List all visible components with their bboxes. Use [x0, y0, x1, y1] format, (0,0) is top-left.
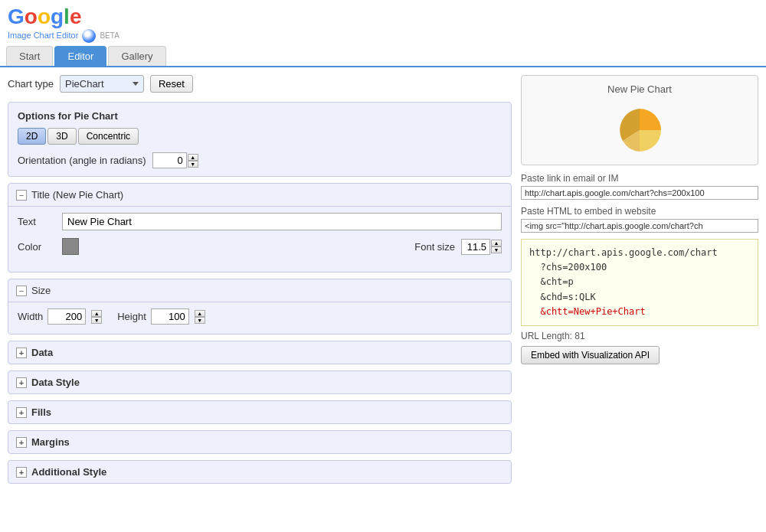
orientation-label: Orientation (angle in radians): [18, 155, 146, 166]
app-header: Google Image Chart Editor BETA: [0, 0, 766, 46]
title-section-content: Text Color Font size ▲ ▼: [8, 206, 511, 272]
dim-concentric-button[interactable]: Concentric: [78, 128, 139, 145]
margins-section: + Margins: [8, 430, 512, 454]
pie-chart-svg: [609, 101, 670, 155]
orientation-spin-up[interactable]: ▲: [188, 154, 198, 161]
code-line-4: &chd=s:QLK: [529, 290, 750, 305]
dimension-buttons: 2D 3D Concentric: [18, 128, 502, 145]
data-style-section-label: Data Style: [31, 377, 80, 388]
height-label: Height: [117, 311, 146, 322]
paste-html-section: Paste HTML to embed in website: [521, 206, 758, 233]
right-panel: New Pie Chart Paste link in email or IM …: [521, 75, 758, 490]
paste-html-label: Paste HTML to embed in website: [521, 206, 758, 217]
title-section-label: Title (New Pie Chart): [31, 189, 123, 201]
size-section-content: Width ▲ ▼ Height ▲ ▼: [8, 302, 511, 334]
height-spin-down[interactable]: ▼: [195, 317, 205, 324]
fills-section-header[interactable]: + Fills: [8, 401, 511, 423]
data-style-section-header[interactable]: + Data Style: [8, 371, 511, 393]
additional-style-section-header[interactable]: + Additional Style: [8, 461, 511, 483]
additional-style-expand-icon[interactable]: +: [16, 467, 27, 478]
title-color-row: Color Font size ▲ ▼: [18, 238, 502, 255]
title-text-label: Text: [18, 216, 56, 227]
font-size-spin-down[interactable]: ▼: [491, 246, 502, 253]
height-group: Height ▲ ▼: [117, 308, 205, 325]
data-section: + Data: [8, 341, 512, 364]
additional-style-section: + Additional Style: [8, 460, 512, 484]
title-color-label: Color: [18, 241, 56, 253]
font-size-spin-up[interactable]: ▲: [491, 240, 502, 246]
fills-section-label: Fills: [31, 406, 51, 418]
height-spinner: ▲ ▼: [195, 310, 205, 324]
margins-expand-icon[interactable]: +: [16, 437, 27, 448]
width-spinner: ▲ ▼: [91, 310, 102, 324]
tab-editor[interactable]: Editor: [54, 46, 106, 66]
size-section-label: Size: [31, 285, 51, 296]
tab-bar: Start Editor Gallery: [0, 46, 766, 67]
title-text-input[interactable]: [62, 213, 502, 230]
title-text-row: Text: [18, 213, 502, 230]
width-spin-up[interactable]: ▲: [91, 310, 102, 317]
font-size-input-wrap: ▲ ▼: [461, 239, 502, 255]
orientation-input-wrap: ▲ ▼: [152, 152, 198, 168]
height-spin-up[interactable]: ▲: [195, 310, 205, 317]
width-group: Width ▲ ▼: [18, 308, 102, 325]
paste-link-section: Paste link in email or IM: [521, 173, 758, 200]
width-input[interactable]: [47, 308, 86, 325]
size-collapse-icon[interactable]: −: [16, 286, 27, 296]
dim-2d-button[interactable]: 2D: [18, 128, 46, 145]
size-section-header[interactable]: − Size: [8, 279, 511, 302]
left-panel: Chart type PieChart BarChart LineChart S…: [8, 75, 512, 490]
data-expand-icon[interactable]: +: [16, 348, 27, 358]
main-content: Chart type PieChart BarChart LineChart S…: [0, 67, 766, 498]
data-style-expand-icon[interactable]: +: [16, 377, 27, 388]
chart-type-select[interactable]: PieChart BarChart LineChart ScatterPlot: [60, 75, 144, 93]
data-section-header[interactable]: + Data: [8, 341, 511, 364]
paste-link-input[interactable]: [521, 186, 758, 200]
reset-button[interactable]: Reset: [150, 75, 193, 93]
url-code-box: http://chart.apis.google.com/chart ?chs=…: [521, 239, 758, 326]
height-input[interactable]: [151, 308, 189, 325]
logo-ball-icon: [82, 29, 96, 43]
size-section: − Size Width ▲ ▼ Height ▲ ▼: [8, 279, 512, 335]
tab-gallery[interactable]: Gallery: [108, 46, 165, 66]
width-spin-down[interactable]: ▼: [91, 317, 102, 324]
paste-link-label: Paste link in email or IM: [521, 173, 758, 184]
code-line-1: http://chart.apis.google.com/chart: [529, 246, 750, 260]
title-section: − Title (New Pie Chart) Text Color Font …: [8, 183, 512, 273]
margins-section-label: Margins: [31, 436, 70, 448]
preview-title: New Pie Chart: [529, 83, 750, 95]
dim-3d-button[interactable]: 3D: [47, 128, 76, 145]
orientation-input[interactable]: [152, 152, 187, 168]
data-section-label: Data: [31, 347, 53, 358]
additional-style-section-label: Additional Style: [31, 466, 106, 478]
title-section-header[interactable]: − Title (New Pie Chart): [8, 184, 511, 206]
data-style-section: + Data Style: [8, 370, 512, 394]
margins-section-header[interactable]: + Margins: [8, 431, 511, 453]
font-size-spinner: ▲ ▼: [491, 240, 502, 253]
width-label: Width: [18, 311, 43, 322]
fills-section: + Fills: [8, 400, 512, 424]
embed-api-button[interactable]: Embed with Visualization API: [521, 346, 660, 364]
chart-preview: New Pie Chart: [521, 75, 758, 165]
font-size-label: Font size: [414, 241, 455, 253]
title-collapse-icon[interactable]: −: [16, 190, 27, 201]
header-subtitle: Image Chart Editor BETA: [8, 29, 119, 43]
title-color-swatch[interactable]: [62, 238, 79, 255]
orientation-row: Orientation (angle in radians) ▲ ▼: [18, 152, 502, 168]
code-line-5: &chtt=New+Pie+Chart: [529, 305, 750, 319]
orientation-spinner: ▲ ▼: [188, 154, 198, 168]
url-length: URL Length: 81: [521, 331, 758, 341]
pie-chart-options: Options for Pie Chart 2D 3D Concentric O…: [8, 102, 512, 177]
fills-expand-icon[interactable]: +: [16, 407, 27, 418]
paste-html-input[interactable]: [521, 219, 758, 233]
google-logo: Google: [8, 5, 119, 29]
code-line-2: ?chs=200x100: [529, 260, 750, 275]
chart-type-row: Chart type PieChart BarChart LineChart S…: [8, 75, 512, 93]
chart-type-label: Chart type: [8, 78, 54, 90]
orientation-spin-down[interactable]: ▼: [188, 161, 198, 168]
tab-start[interactable]: Start: [6, 46, 53, 66]
font-size-input[interactable]: [461, 239, 490, 255]
code-line-3: &cht=p: [529, 275, 750, 289]
options-title: Options for Pie Chart: [18, 110, 502, 122]
